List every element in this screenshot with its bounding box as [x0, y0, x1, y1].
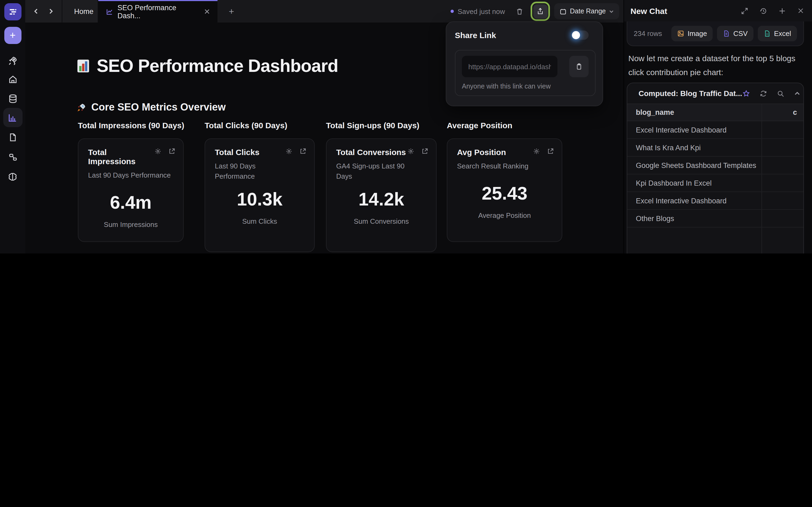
- share-caption: Anyone with this link can view: [462, 82, 551, 90]
- trash-icon: [516, 7, 524, 15]
- metric-group-label: Total Clicks (90 Days): [205, 121, 287, 130]
- app-logo[interactable]: [4, 3, 21, 20]
- share-icon: [537, 7, 544, 15]
- expand-icon[interactable]: [741, 7, 749, 15]
- gear-icon[interactable]: [533, 148, 540, 155]
- metric-card-position[interactable]: Avg Position Search Result Ranking 25.43…: [447, 138, 562, 242]
- gear-icon[interactable]: [407, 148, 415, 155]
- rocket-icon: [7, 56, 18, 66]
- export-image-button[interactable]: Image: [671, 26, 713, 41]
- copy-link-button[interactable]: [569, 56, 589, 77]
- sidebar: + S: [0, 0, 25, 253]
- home-icon: [8, 74, 17, 84]
- export-excel-button[interactable]: Excel: [758, 26, 797, 41]
- chat-title: New Chat: [630, 6, 667, 15]
- search-icon[interactable]: [776, 89, 784, 97]
- table-header-row: blog_name c: [627, 104, 803, 121]
- plus-icon[interactable]: [778, 7, 786, 15]
- column-divider: [762, 121, 762, 138]
- sidebar-item-dashboards[interactable]: [3, 108, 22, 127]
- cell-blog-name: Excel Interactive Dashboard: [627, 196, 727, 205]
- back-icon[interactable]: [33, 8, 39, 14]
- date-range-button[interactable]: Date Range: [555, 3, 619, 19]
- history-icon[interactable]: [759, 7, 767, 15]
- card-title: Total Impressions: [88, 148, 154, 166]
- sidebar-item-connections[interactable]: [3, 149, 22, 165]
- rocket-emoji: [76, 102, 87, 112]
- section-core-metrics-label: Core SEO Metrics Overview: [91, 101, 226, 113]
- tab-label: SEO Performance Dash...: [118, 4, 200, 20]
- save-status: Saved just now: [451, 7, 505, 15]
- save-status-dot: [451, 10, 454, 13]
- table-row[interactable]: Google Sheets Dashboard Templates: [627, 157, 803, 174]
- cell-blog-name: What Is Kra And Kpi: [627, 144, 701, 152]
- tab-seo-dashboard[interactable]: SEO Performance Dash...: [98, 0, 217, 22]
- external-link-icon[interactable]: [547, 148, 554, 155]
- tab-close-icon[interactable]: [204, 8, 210, 16]
- new-tab-button[interactable]: +: [225, 5, 238, 18]
- gear-icon[interactable]: [285, 148, 293, 155]
- column-header-partial: c: [793, 108, 797, 116]
- metric-group-label: Total Sign-ups (90 Days): [326, 121, 419, 130]
- table-row[interactable]: Other Blogs: [627, 210, 803, 227]
- refresh-icon[interactable]: [759, 89, 767, 97]
- tab-home[interactable]: Home: [62, 0, 98, 22]
- share-url-input[interactable]: [462, 56, 557, 77]
- card-title: Total Conversions: [336, 148, 406, 157]
- file-csv-icon: [723, 30, 730, 37]
- share-popover-title: Share Link: [455, 31, 496, 40]
- dataset-card-header[interactable]: Computed: Blog Traffic Dat...: [627, 83, 803, 104]
- assistant-message: Now let me create a dataset for the top …: [628, 52, 803, 79]
- sidebar-new-button[interactable]: +: [4, 27, 21, 44]
- share-link-toggle[interactable]: [571, 31, 589, 40]
- card-subtitle: Last 90 Days Performance: [88, 170, 183, 180]
- column-divider: [762, 210, 762, 227]
- table-row[interactable]: What Is Kra And Kpi: [627, 139, 803, 157]
- column-divider: [762, 104, 762, 121]
- file-excel-icon: [764, 30, 771, 37]
- external-link-icon[interactable]: [299, 148, 307, 155]
- metric-card-clicks[interactable]: Total Clicks Last 90 Days Performance 10…: [205, 138, 315, 252]
- sidebar-item-reports[interactable]: [3, 129, 22, 146]
- column-divider: [762, 192, 762, 209]
- sidebar-item-data[interactable]: [3, 91, 22, 107]
- metric-value: 6.4m: [79, 192, 183, 213]
- click-highlight-ring: [531, 2, 550, 21]
- chat-panel-header: New Chat: [624, 0, 812, 21]
- line-chart-icon: [106, 8, 113, 15]
- nav-arrows: [25, 0, 62, 22]
- sidebar-item-ai[interactable]: [3, 168, 22, 184]
- metric-card-conversions[interactable]: Total Conversions GA4 Sign-ups Last 90 D…: [326, 138, 437, 252]
- sidebar-item-home[interactable]: [3, 71, 22, 88]
- external-link-icon[interactable]: [421, 148, 428, 155]
- star-icon[interactable]: [742, 89, 750, 97]
- bar-chart-emoji: [76, 59, 90, 73]
- external-link-icon[interactable]: [168, 148, 175, 155]
- table-row[interactable]: Kpi Dashboard In Excel: [627, 174, 803, 192]
- bar-chart-icon: [7, 112, 18, 123]
- delete-dashboard-button[interactable]: [513, 4, 526, 18]
- card-subtitle: Last 90 Days Performance: [215, 161, 279, 181]
- share-link-box: Anyone with this link can view: [455, 50, 596, 96]
- brain-icon: [7, 171, 18, 182]
- share-button[interactable]: [533, 4, 548, 18]
- metric-card-impressions[interactable]: Total Impressions Last 90 Days Performan…: [78, 138, 184, 242]
- export-excel-label: Excel: [774, 30, 791, 38]
- card-subtitle: Search Result Ranking: [457, 161, 562, 171]
- column-divider: [762, 157, 762, 174]
- close-icon: [204, 8, 210, 14]
- cell-blog-name: Kpi Dashboard In Excel: [627, 179, 712, 187]
- close-icon[interactable]: [797, 7, 805, 14]
- export-csv-button[interactable]: CSV: [717, 26, 754, 41]
- gear-icon[interactable]: [154, 148, 162, 155]
- table-row[interactable]: Excel Interactive Dashboard: [627, 121, 803, 139]
- column-header: blog_name: [627, 108, 674, 116]
- table-empty-area: [627, 227, 803, 253]
- forward-icon[interactable]: [48, 8, 54, 14]
- table-row[interactable]: Excel Interactive Dashboard: [627, 192, 803, 210]
- page-title-text: SEO Performance Dashboard: [97, 56, 338, 76]
- card-subtitle: GA4 Sign-ups Last 90 Days: [336, 161, 406, 181]
- chevron-up-icon[interactable]: [794, 90, 801, 97]
- image-icon: [677, 30, 684, 37]
- sidebar-item-launch[interactable]: [3, 53, 22, 69]
